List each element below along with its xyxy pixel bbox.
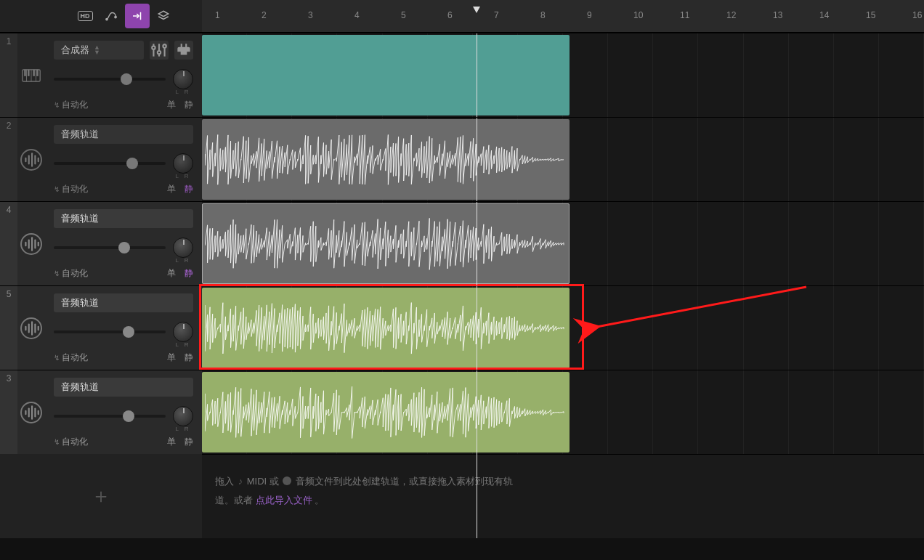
track-name-field[interactable]: 音频轨道 [54, 378, 193, 397]
pan-knob[interactable]: L R [173, 238, 193, 258]
track-lane[interactable] [202, 118, 924, 201]
svg-point-1 [115, 16, 116, 17]
track-icon[interactable] [17, 118, 45, 201]
solo-button[interactable]: 单 [167, 352, 176, 364]
ruler-tick: 14 [819, 10, 829, 20]
track-controls: 音频轨道L R自动化单静 [45, 202, 202, 285]
ruler-tick: 6 [447, 10, 453, 20]
hd-button[interactable]: HD [73, 4, 97, 28]
playhead[interactable] [477, 286, 477, 370]
pan-knob[interactable]: L R [173, 406, 193, 426]
timeline-ruler[interactable]: 12345678910111213141516 [202, 0, 924, 32]
drop-zone[interactable]: ＋ 拖入 ♪ MIDI 或 音频文件到此处创建轨道，或直接拖入素材到现有轨 道。… [0, 454, 924, 538]
track-lane[interactable] [202, 370, 924, 454]
svg-rect-3 [24, 69, 25, 76]
track-name-field[interactable]: 合成器▲▼ [54, 41, 144, 60]
svg-rect-5 [33, 69, 34, 76]
track-icon[interactable] [17, 286, 45, 370]
playhead-marker[interactable] [472, 6, 481, 17]
svg-point-15 [163, 44, 166, 47]
solo-button[interactable]: 单 [167, 183, 176, 195]
track-row: 5 音频轨道L R自动化单静 [0, 285, 924, 370]
ruler-tick: 8 [540, 10, 546, 20]
track-number[interactable]: 5 [0, 286, 17, 370]
svg-point-14 [158, 51, 161, 54]
pan-knob[interactable]: L R [173, 153, 193, 174]
clip[interactable] [202, 119, 570, 200]
track-controls: 音频轨道L R自动化单静 [45, 118, 202, 201]
track-icon[interactable] [17, 202, 45, 285]
track-controls: 音频轨道L R自动化单静 [45, 370, 202, 454]
ruler-tick: 1 [215, 10, 220, 20]
toolbar: HD [0, 0, 202, 32]
track-number[interactable]: 1 [0, 33, 17, 117]
solo-button[interactable]: 单 [167, 436, 176, 448]
track-lane[interactable] [202, 33, 924, 117]
track-number[interactable]: 2 [0, 118, 17, 201]
plugin-icon[interactable] [174, 41, 193, 60]
volume-slider[interactable] [54, 162, 166, 165]
track-row: 2 音频轨道L R自动化单静 [0, 117, 924, 201]
playhead[interactable] [477, 202, 477, 285]
layers-button[interactable] [151, 4, 176, 28]
pan-knob[interactable]: L R [173, 322, 193, 342]
track-row: 3 音频轨道L R自动化单静 [0, 370, 924, 454]
automation-button[interactable]: 自动化 [54, 267, 167, 280]
ruler-tick: 5 [401, 10, 406, 20]
automation-curve-button[interactable] [99, 4, 123, 28]
solo-button[interactable]: 单 [167, 99, 176, 111]
svg-point-0 [106, 18, 108, 20]
clip[interactable] [202, 288, 570, 368]
volume-slider[interactable] [54, 415, 166, 418]
playhead [477, 454, 477, 538]
track-controls: 合成器▲▼L R自动化单静 [45, 33, 202, 117]
clip[interactable] [202, 35, 570, 115]
ruler-tick: 15 [866, 10, 875, 20]
volume-slider[interactable] [54, 78, 166, 81]
mute-button[interactable]: 静 [185, 267, 193, 280]
track-list: 1 合成器▲▼L R自动化单静2 音频轨道L R自动化单静4 音频轨道L R自动… [0, 33, 924, 560]
clip[interactable] [202, 372, 570, 453]
clip[interactable] [202, 203, 570, 284]
track-number[interactable]: 3 [0, 370, 17, 454]
automation-button[interactable]: 自动化 [54, 99, 167, 111]
import-file-link[interactable]: 点此导入文件 [256, 495, 312, 506]
svg-point-13 [152, 46, 155, 49]
solo-button[interactable]: 单 [167, 267, 176, 280]
automation-button[interactable]: 自动化 [54, 436, 167, 448]
ruler-tick: 11 [680, 10, 689, 20]
volume-slider[interactable] [54, 330, 166, 333]
svg-rect-6 [36, 69, 38, 76]
playhead[interactable] [477, 370, 477, 454]
playhead[interactable] [477, 33, 477, 117]
add-track-button[interactable]: ＋ [0, 454, 202, 538]
ruler-tick: 4 [354, 10, 360, 20]
track-name-field[interactable]: 音频轨道 [54, 293, 193, 312]
playhead[interactable] [477, 118, 477, 201]
mute-button[interactable]: 静 [185, 352, 193, 364]
track-row: 1 合成器▲▼L R自动化单静 [0, 33, 924, 117]
mute-button[interactable]: 静 [185, 436, 193, 448]
track-number[interactable]: 4 [0, 202, 17, 285]
track-row: 4 音频轨道L R自动化单静 [0, 201, 924, 285]
snap-button[interactable] [125, 4, 150, 28]
track-name-field[interactable]: 音频轨道 [54, 125, 193, 144]
track-icon[interactable] [17, 33, 45, 117]
svg-rect-4 [28, 69, 29, 76]
automation-button[interactable]: 自动化 [54, 352, 167, 364]
pan-knob[interactable]: L R [173, 69, 193, 89]
volume-slider[interactable] [54, 246, 166, 249]
ruler-tick: 3 [308, 10, 313, 20]
track-icon[interactable] [17, 370, 45, 454]
ruler-tick: 13 [773, 10, 782, 20]
track-controls: 音频轨道L R自动化单静 [45, 286, 202, 370]
mute-button[interactable]: 静 [185, 99, 193, 111]
mute-button[interactable]: 静 [185, 183, 193, 195]
mixer-icon[interactable] [150, 41, 169, 60]
automation-button[interactable]: 自动化 [54, 183, 167, 195]
ruler-tick: 12 [726, 10, 736, 20]
track-lane[interactable] [202, 286, 924, 370]
track-name-field[interactable]: 音频轨道 [54, 209, 193, 228]
track-lane[interactable] [202, 202, 924, 285]
ruler-tick: 10 [633, 10, 643, 20]
